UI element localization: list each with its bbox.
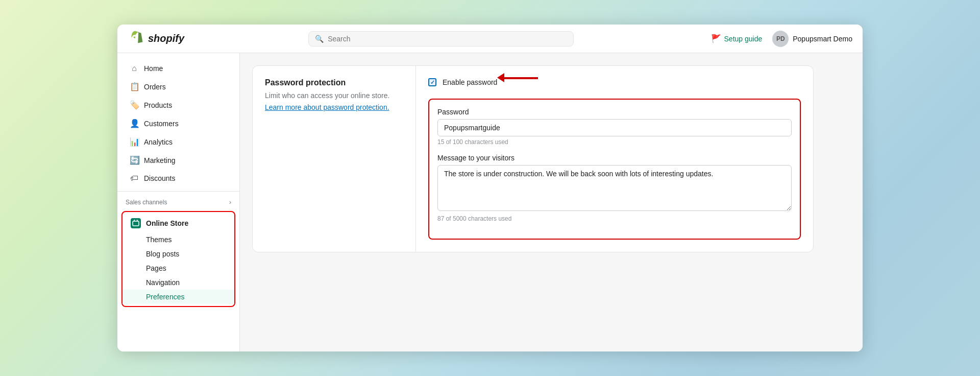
sales-channels-header: Sales channels › [117, 196, 239, 209]
analytics-icon: 📊 [130, 137, 139, 147]
content-area: Password protection Limit who can access… [240, 53, 863, 351]
discounts-icon: 🏷 [130, 174, 139, 183]
products-icon: 🏷️ [130, 100, 139, 110]
marketing-icon: 🔄 [130, 155, 139, 165]
sidebar-item-home[interactable]: ⌂ Home [121, 60, 235, 77]
sidebar-item-label: Home [144, 64, 163, 73]
password-section: Password 15 of 100 characters used Messa… [428, 99, 801, 240]
panel-desc: Limit who can access your online store. [265, 91, 403, 100]
search-input[interactable] [328, 35, 567, 43]
sidebar-item-analytics[interactable]: 📊 Analytics [121, 133, 235, 151]
sidebar-item-pages[interactable]: Pages [122, 261, 234, 275]
password-char-count: 15 of 100 characters used [437, 138, 792, 146]
sidebar-item-marketing[interactable]: 🔄 Marketing [121, 151, 235, 169]
sidebar-item-label: Marketing [144, 156, 175, 165]
sidebar-item-label: Analytics [144, 138, 173, 146]
sales-channels-expand-icon[interactable]: › [229, 199, 231, 206]
shopify-logo-icon [128, 31, 144, 47]
home-icon: ⌂ [130, 64, 139, 73]
setup-guide-button[interactable]: 🚩 Setup guide [711, 34, 763, 43]
sidebar-item-online-store[interactable]: Online Store [122, 214, 234, 232]
orders-icon: 📋 [130, 82, 139, 91]
sidebar-item-themes[interactable]: Themes [122, 232, 234, 247]
panel-title: Password protection [265, 78, 403, 87]
flag-icon: 🚩 [711, 34, 721, 43]
sidebar-item-orders[interactable]: 📋 Orders [121, 78, 235, 96]
red-arrow-annotation [502, 77, 538, 79]
setup-guide-label: Setup guide [724, 35, 763, 43]
password-field-label: Password [437, 108, 792, 116]
sidebar-item-blog-posts[interactable]: Blog posts [122, 247, 234, 261]
sidebar-item-customers[interactable]: 👤 Customers [121, 114, 235, 132]
svg-rect-0 [133, 221, 139, 226]
sidebar: ⌂ Home 📋 Orders 🏷️ Products 👤 Customers … [117, 53, 240, 351]
sidebar-item-label: Products [144, 101, 172, 109]
header: shopify 🔍 🚩 Setup guide PD Popupsmart De… [117, 25, 863, 53]
sidebar-item-preferences[interactable]: Preferences [122, 290, 234, 304]
enable-password-row: Enable password [428, 78, 801, 86]
sidebar-item-label: Orders [144, 83, 166, 91]
sales-channels-label: Sales channels [126, 199, 167, 206]
message-field-label: Message to your visitors [437, 154, 792, 162]
logo-area: shopify [128, 31, 240, 47]
online-store-label: Online Store [146, 219, 188, 227]
sidebar-item-label: Customers [144, 120, 179, 128]
search-bar: 🔍 [308, 31, 574, 46]
sidebar-item-label: Discounts [144, 174, 175, 182]
sidebar-item-navigation[interactable]: Navigation [122, 275, 234, 290]
nav-divider [117, 191, 239, 192]
app-window: shopify 🔍 🚩 Setup guide PD Popupsmart De… [117, 25, 863, 351]
sales-channels-box: Online Store Themes Blog posts Pages Nav… [121, 211, 235, 307]
right-panel: Enable password Password 1 [416, 66, 813, 252]
main-layout: ⌂ Home 📋 Orders 🏷️ Products 👤 Customers … [117, 53, 863, 351]
password-input[interactable] [437, 119, 792, 136]
sidebar-item-discounts[interactable]: 🏷 Discounts [121, 170, 235, 187]
enable-password-checkbox[interactable] [428, 78, 436, 86]
search-input-wrapper[interactable]: 🔍 [308, 31, 574, 46]
message-textarea[interactable] [437, 165, 792, 211]
message-char-count: 87 of 5000 characters used [437, 215, 792, 222]
search-icon: 🔍 [315, 35, 324, 43]
avatar: PD [772, 31, 789, 47]
enable-password-label: Enable password [443, 78, 497, 86]
user-name: Popupsmart Demo [793, 35, 852, 43]
sales-channels-section: Sales channels › Online Store [117, 196, 239, 307]
content-card: Password protection Limit who can access… [252, 65, 814, 252]
panel-link[interactable]: Learn more about password protection. [265, 103, 389, 111]
user-area: PD Popupsmart Demo [772, 31, 852, 47]
customers-icon: 👤 [130, 119, 139, 128]
logo-text: shopify [148, 33, 184, 44]
left-panel: Password protection Limit who can access… [253, 66, 416, 252]
sidebar-item-products[interactable]: 🏷️ Products [121, 96, 235, 114]
online-store-icon [131, 218, 141, 228]
header-right: 🚩 Setup guide PD Popupsmart Demo [711, 31, 852, 47]
